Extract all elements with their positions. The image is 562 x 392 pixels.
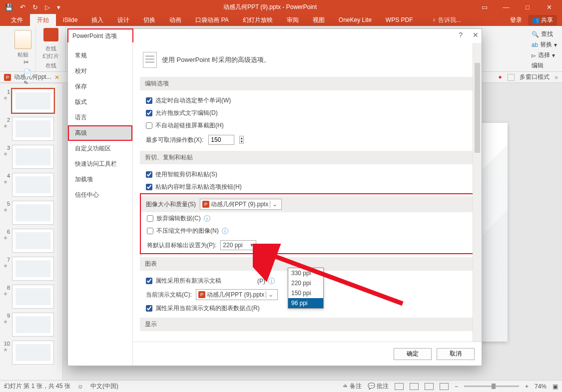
slide-thumbnail[interactable] [12, 341, 54, 365]
tab-review[interactable]: 审阅 [280, 14, 306, 26]
ribbon-display-icon[interactable]: ▭ [475, 3, 495, 11]
copy-icon[interactable]: 📄 [23, 69, 31, 76]
tab-home[interactable]: 开始 [30, 14, 56, 26]
sidebar-item-proofing[interactable]: 校对 [68, 63, 132, 79]
minimize-icon[interactable]: — [496, 3, 516, 11]
slide-thumbnail[interactable] [12, 145, 54, 169]
zoom-out-button[interactable]: − [455, 383, 458, 390]
tab-transition[interactable]: 切换 [136, 14, 162, 26]
sidebar-item-format[interactable]: 版式 [68, 94, 132, 110]
opt-smart-cut-paste[interactable]: 使用智能剪切和粘贴(S) [146, 168, 469, 181]
svg-line-0 [268, 254, 403, 304]
tab-animation[interactable]: 动画 [162, 14, 188, 26]
sidebar-item-trust-center[interactable]: 信任中心 [68, 187, 132, 203]
redo-icon[interactable]: ↻ [32, 3, 38, 11]
opt-no-compress-images[interactable]: 不压缩文件中的图像(N)i [147, 225, 461, 237]
close-window-icon[interactable]: ✕ [539, 3, 559, 11]
dialog-help-icon[interactable]: ? [459, 31, 463, 39]
zoom-label[interactable]: 74% [535, 383, 547, 390]
opt-select-whole-word[interactable]: 选定时自动选定整个单词(W) [146, 94, 469, 107]
slideshow-view-icon[interactable] [440, 383, 449, 390]
online-slides-icon[interactable] [43, 28, 58, 41]
replace-button[interactable]: ab 替换 ▾ [532, 39, 557, 50]
editing-group: 🔍 查找 ab 替换 ▾ ▻ 选择 ▾ 编辑 [527, 26, 562, 71]
ok-button[interactable]: 确定 [394, 348, 432, 360]
tab-slideshow[interactable]: 幻灯片放映 [236, 14, 280, 26]
tab-file[interactable]: 文件 [4, 14, 30, 26]
language-label[interactable]: 中文(中国) [90, 382, 118, 391]
comments-button[interactable]: 💬 批注 [368, 382, 389, 391]
document-tab[interactable]: 动感几何ppt... [14, 73, 51, 81]
window-mode-label[interactable]: 多窗口模式 [520, 73, 550, 81]
opt-label: 不压缩文件中的图像(N) [156, 227, 219, 235]
slide-thumbnail[interactable] [12, 173, 54, 197]
sidebar-item-addins[interactable]: 加载项 [68, 172, 132, 187]
chevron-down-icon[interactable]: ⌄ [270, 201, 279, 208]
dialog-scrollbar[interactable] [473, 43, 482, 342]
tab-pocket[interactable]: 口袋动画 PA [188, 14, 235, 26]
sidebar-item-customize-ribbon[interactable]: 自定义功能区 [68, 141, 132, 156]
sidebar-item-advanced[interactable]: 高级 [68, 125, 132, 141]
zoom-in-button[interactable]: + [525, 383, 529, 390]
maximize-icon[interactable]: □ [518, 3, 538, 11]
select-button[interactable]: ▻ 选择 ▾ [532, 50, 557, 60]
opt-label: 属性采用当前演示文稿的图表数据点(R) [155, 304, 260, 313]
lang-icon[interactable]: ☺ [77, 383, 83, 390]
zoom-slider[interactable] [464, 386, 519, 387]
tab-view[interactable]: 视图 [306, 14, 332, 26]
image-quality-file-select[interactable]: P 动感几何PPT (9).pptx ⌄ [200, 199, 282, 210]
save-icon[interactable]: 💾 [5, 3, 13, 11]
slide-thumbnail[interactable] [12, 117, 54, 141]
slide-thumbnail[interactable] [12, 201, 54, 225]
notes-button[interactable]: ≐ 备注 [343, 382, 361, 391]
slide-thumbnail[interactable] [12, 89, 54, 113]
tab-onekey[interactable]: OneKey Lite [332, 14, 379, 26]
cut-icon[interactable]: ✂ [23, 58, 31, 66]
tab-islide[interactable]: iSlide [56, 14, 84, 26]
spinner-up-icon[interactable]: ▲ [240, 136, 243, 140]
slide-thumbnails-panel[interactable]: 1★ 2★ 3★ 4★ 5★ 6★ 7★ 8★ 9★ 10★ [0, 84, 63, 380]
online-group-label: 在线 [45, 62, 56, 69]
slide-thumbnail[interactable] [12, 229, 54, 253]
default-ppi-select[interactable]: 220 ppi ▼ [220, 240, 256, 250]
powerpoint-file-icon: P [198, 291, 205, 298]
sidebar-item-language[interactable]: 语言 [68, 110, 132, 125]
options-dialog: PowerPoint 选项 ? ✕ 常规 校对 保存 版式 语言 高级 自定义功… [67, 28, 482, 366]
slide-thumbnail[interactable] [12, 313, 54, 337]
find-button[interactable]: 🔍 查找 [532, 29, 557, 39]
qat-more-icon[interactable]: ▾ [57, 3, 60, 11]
tab-insert[interactable]: 插入 [84, 14, 110, 26]
reading-view-icon[interactable] [425, 383, 434, 390]
fit-window-icon[interactable]: ▣ [553, 383, 558, 390]
opt-show-paste-options[interactable]: 粘贴内容时显示粘贴选项按钮(H) [146, 181, 469, 193]
spinner-down-icon[interactable]: ▼ [240, 140, 243, 143]
undo-icon[interactable]: ↶ [20, 3, 25, 11]
cancel-button[interactable]: 取消 [437, 348, 475, 360]
tell-me-input[interactable]: ♀ 告诉我... [425, 14, 468, 26]
opt-no-hyperlink-screenshot[interactable]: 不自动超链接屏幕截图(H) [146, 119, 469, 132]
dialog-close-icon[interactable]: ✕ [473, 31, 479, 39]
normal-view-icon[interactable] [395, 383, 404, 390]
section-image-quality: 图像大小和质量(S) [146, 200, 196, 209]
info-icon[interactable]: i [204, 215, 210, 222]
tab-wps[interactable]: WPS PDF [379, 14, 420, 26]
opt-discard-edit-data[interactable]: 放弃编辑数据(C)i [147, 212, 461, 225]
sidebar-item-qat[interactable]: 快速访问工具栏 [68, 156, 132, 172]
slide-thumbnail[interactable] [12, 257, 54, 281]
slideshow-start-icon[interactable]: ▷ [45, 3, 50, 11]
opt-drag-text[interactable]: 允许拖放式文字编辑(D) [146, 107, 469, 119]
sidebar-item-general[interactable]: 常规 [68, 48, 132, 63]
window-mode-icon[interactable] [508, 74, 515, 81]
slide-thumbnail[interactable] [12, 285, 54, 309]
quick-access-toolbar: 💾 ↶ ↻ ▷ ▾ [0, 3, 65, 11]
share-button[interactable]: 👥 共享 [528, 15, 557, 25]
slide-count-label: 幻灯片 第 1 张，共 45 张 [4, 382, 70, 391]
sorter-view-icon[interactable] [410, 383, 419, 390]
login-link[interactable]: 登录 [510, 16, 522, 24]
paste-icon[interactable] [14, 30, 31, 49]
info-icon[interactable]: i [222, 228, 228, 234]
tab-design[interactable]: 设计 [110, 14, 136, 26]
undo-count-input[interactable] [208, 135, 234, 145]
magic-icon[interactable]: ✦ [498, 74, 503, 81]
sidebar-item-save[interactable]: 保存 [68, 79, 132, 94]
